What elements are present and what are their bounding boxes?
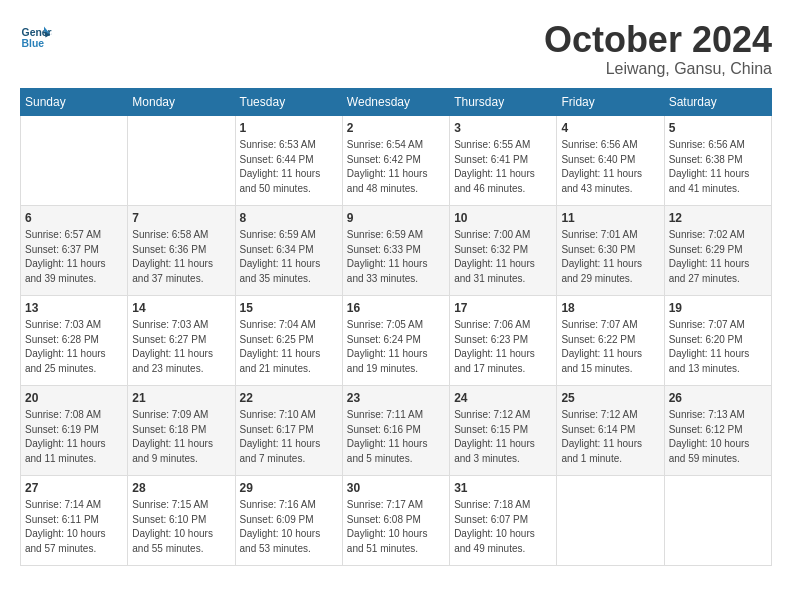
day-info: Sunrise: 6:55 AM Sunset: 6:41 PM Dayligh… (454, 138, 552, 196)
svg-text:Blue: Blue (22, 38, 45, 49)
day-info: Sunrise: 7:04 AM Sunset: 6:25 PM Dayligh… (240, 318, 338, 376)
day-number: 30 (347, 480, 445, 497)
calendar-cell: 25Sunrise: 7:12 AM Sunset: 6:14 PM Dayli… (557, 385, 664, 475)
calendar-cell: 1Sunrise: 6:53 AM Sunset: 6:44 PM Daylig… (235, 115, 342, 205)
day-info: Sunrise: 6:58 AM Sunset: 6:36 PM Dayligh… (132, 228, 230, 286)
weekday-header: Sunday (21, 88, 128, 115)
calendar-cell: 29Sunrise: 7:16 AM Sunset: 6:09 PM Dayli… (235, 475, 342, 565)
day-info: Sunrise: 7:18 AM Sunset: 6:07 PM Dayligh… (454, 498, 552, 556)
day-number: 7 (132, 210, 230, 227)
day-number: 29 (240, 480, 338, 497)
day-number: 16 (347, 300, 445, 317)
title-block: October 2024 Leiwang, Gansu, China (544, 20, 772, 78)
day-number: 4 (561, 120, 659, 137)
day-number: 27 (25, 480, 123, 497)
day-info: Sunrise: 7:07 AM Sunset: 6:22 PM Dayligh… (561, 318, 659, 376)
day-info: Sunrise: 7:14 AM Sunset: 6:11 PM Dayligh… (25, 498, 123, 556)
logo: General Blue (20, 20, 52, 52)
day-info: Sunrise: 7:09 AM Sunset: 6:18 PM Dayligh… (132, 408, 230, 466)
weekday-header: Saturday (664, 88, 771, 115)
day-info: Sunrise: 7:12 AM Sunset: 6:15 PM Dayligh… (454, 408, 552, 466)
calendar-cell: 10Sunrise: 7:00 AM Sunset: 6:32 PM Dayli… (450, 205, 557, 295)
day-number: 17 (454, 300, 552, 317)
calendar-table: SundayMondayTuesdayWednesdayThursdayFrid… (20, 88, 772, 566)
day-info: Sunrise: 6:53 AM Sunset: 6:44 PM Dayligh… (240, 138, 338, 196)
weekday-header: Tuesday (235, 88, 342, 115)
calendar-cell: 12Sunrise: 7:02 AM Sunset: 6:29 PM Dayli… (664, 205, 771, 295)
calendar-cell: 2Sunrise: 6:54 AM Sunset: 6:42 PM Daylig… (342, 115, 449, 205)
calendar-cell: 15Sunrise: 7:04 AM Sunset: 6:25 PM Dayli… (235, 295, 342, 385)
calendar-cell: 4Sunrise: 6:56 AM Sunset: 6:40 PM Daylig… (557, 115, 664, 205)
day-number: 6 (25, 210, 123, 227)
day-number: 10 (454, 210, 552, 227)
calendar-cell: 27Sunrise: 7:14 AM Sunset: 6:11 PM Dayli… (21, 475, 128, 565)
day-number: 15 (240, 300, 338, 317)
calendar-week-row: 20Sunrise: 7:08 AM Sunset: 6:19 PM Dayli… (21, 385, 772, 475)
day-number: 5 (669, 120, 767, 137)
day-info: Sunrise: 7:03 AM Sunset: 6:27 PM Dayligh… (132, 318, 230, 376)
day-info: Sunrise: 7:01 AM Sunset: 6:30 PM Dayligh… (561, 228, 659, 286)
calendar-cell: 7Sunrise: 6:58 AM Sunset: 6:36 PM Daylig… (128, 205, 235, 295)
day-number: 11 (561, 210, 659, 227)
calendar-cell: 13Sunrise: 7:03 AM Sunset: 6:28 PM Dayli… (21, 295, 128, 385)
day-info: Sunrise: 6:57 AM Sunset: 6:37 PM Dayligh… (25, 228, 123, 286)
calendar-cell (21, 115, 128, 205)
calendar-cell: 5Sunrise: 6:56 AM Sunset: 6:38 PM Daylig… (664, 115, 771, 205)
day-number: 14 (132, 300, 230, 317)
day-info: Sunrise: 6:59 AM Sunset: 6:34 PM Dayligh… (240, 228, 338, 286)
day-info: Sunrise: 7:12 AM Sunset: 6:14 PM Dayligh… (561, 408, 659, 466)
day-number: 21 (132, 390, 230, 407)
calendar-cell: 6Sunrise: 6:57 AM Sunset: 6:37 PM Daylig… (21, 205, 128, 295)
calendar-cell: 19Sunrise: 7:07 AM Sunset: 6:20 PM Dayli… (664, 295, 771, 385)
day-info: Sunrise: 7:05 AM Sunset: 6:24 PM Dayligh… (347, 318, 445, 376)
day-number: 31 (454, 480, 552, 497)
calendar-cell: 18Sunrise: 7:07 AM Sunset: 6:22 PM Dayli… (557, 295, 664, 385)
calendar-cell: 26Sunrise: 7:13 AM Sunset: 6:12 PM Dayli… (664, 385, 771, 475)
weekday-header: Friday (557, 88, 664, 115)
calendar-cell: 16Sunrise: 7:05 AM Sunset: 6:24 PM Dayli… (342, 295, 449, 385)
day-number: 9 (347, 210, 445, 227)
day-info: Sunrise: 7:17 AM Sunset: 6:08 PM Dayligh… (347, 498, 445, 556)
day-number: 23 (347, 390, 445, 407)
calendar-cell: 17Sunrise: 7:06 AM Sunset: 6:23 PM Dayli… (450, 295, 557, 385)
calendar-cell: 31Sunrise: 7:18 AM Sunset: 6:07 PM Dayli… (450, 475, 557, 565)
month-title: October 2024 (544, 20, 772, 60)
calendar-cell: 11Sunrise: 7:01 AM Sunset: 6:30 PM Dayli… (557, 205, 664, 295)
day-info: Sunrise: 6:59 AM Sunset: 6:33 PM Dayligh… (347, 228, 445, 286)
calendar-week-row: 27Sunrise: 7:14 AM Sunset: 6:11 PM Dayli… (21, 475, 772, 565)
calendar-cell: 21Sunrise: 7:09 AM Sunset: 6:18 PM Dayli… (128, 385, 235, 475)
logo-icon: General Blue (20, 20, 52, 52)
day-number: 2 (347, 120, 445, 137)
calendar-cell: 3Sunrise: 6:55 AM Sunset: 6:41 PM Daylig… (450, 115, 557, 205)
day-number: 24 (454, 390, 552, 407)
day-info: Sunrise: 7:06 AM Sunset: 6:23 PM Dayligh… (454, 318, 552, 376)
day-number: 26 (669, 390, 767, 407)
day-info: Sunrise: 6:56 AM Sunset: 6:40 PM Dayligh… (561, 138, 659, 196)
calendar-cell (557, 475, 664, 565)
day-number: 25 (561, 390, 659, 407)
day-number: 20 (25, 390, 123, 407)
calendar-cell: 8Sunrise: 6:59 AM Sunset: 6:34 PM Daylig… (235, 205, 342, 295)
calendar-cell: 28Sunrise: 7:15 AM Sunset: 6:10 PM Dayli… (128, 475, 235, 565)
weekday-header-row: SundayMondayTuesdayWednesdayThursdayFrid… (21, 88, 772, 115)
day-number: 28 (132, 480, 230, 497)
day-number: 22 (240, 390, 338, 407)
location: Leiwang, Gansu, China (544, 60, 772, 78)
calendar-cell: 14Sunrise: 7:03 AM Sunset: 6:27 PM Dayli… (128, 295, 235, 385)
day-number: 1 (240, 120, 338, 137)
page-header: General Blue October 2024 Leiwang, Gansu… (20, 20, 772, 78)
calendar-cell: 23Sunrise: 7:11 AM Sunset: 6:16 PM Dayli… (342, 385, 449, 475)
day-number: 13 (25, 300, 123, 317)
calendar-week-row: 13Sunrise: 7:03 AM Sunset: 6:28 PM Dayli… (21, 295, 772, 385)
day-info: Sunrise: 7:02 AM Sunset: 6:29 PM Dayligh… (669, 228, 767, 286)
day-info: Sunrise: 7:07 AM Sunset: 6:20 PM Dayligh… (669, 318, 767, 376)
calendar-cell: 24Sunrise: 7:12 AM Sunset: 6:15 PM Dayli… (450, 385, 557, 475)
day-info: Sunrise: 7:16 AM Sunset: 6:09 PM Dayligh… (240, 498, 338, 556)
calendar-cell (128, 115, 235, 205)
day-info: Sunrise: 7:08 AM Sunset: 6:19 PM Dayligh… (25, 408, 123, 466)
calendar-cell: 22Sunrise: 7:10 AM Sunset: 6:17 PM Dayli… (235, 385, 342, 475)
day-info: Sunrise: 7:10 AM Sunset: 6:17 PM Dayligh… (240, 408, 338, 466)
calendar-cell: 30Sunrise: 7:17 AM Sunset: 6:08 PM Dayli… (342, 475, 449, 565)
day-info: Sunrise: 7:03 AM Sunset: 6:28 PM Dayligh… (25, 318, 123, 376)
calendar-week-row: 1Sunrise: 6:53 AM Sunset: 6:44 PM Daylig… (21, 115, 772, 205)
